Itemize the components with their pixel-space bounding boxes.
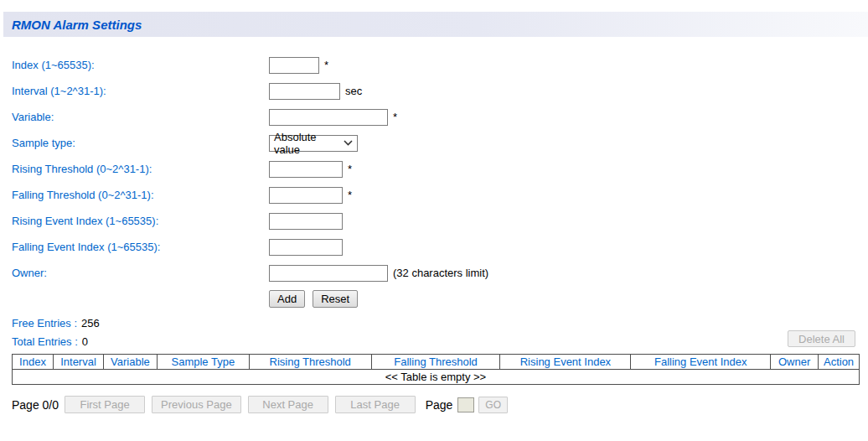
sample-type-label: Sample type: <box>12 137 269 149</box>
col-header-rising-event-index: Rising Event Index <box>500 355 631 370</box>
table-header-row: Index Interval Variable Sample Type Risi… <box>13 355 860 370</box>
form-row-falling-event-index: Falling Event Index (1~65535): <box>12 234 868 260</box>
variable-input[interactable] <box>269 109 388 126</box>
last-page-button[interactable]: Last Page <box>335 396 416 413</box>
col-header-falling-threshold: Falling Threshold <box>371 355 500 370</box>
col-header-interval: Interval <box>54 355 104 370</box>
owner-limit-note: (32 characters limit) <box>393 267 488 279</box>
entries-summary: Free Entries : 256 Total Entries : 0 Del… <box>12 314 868 350</box>
rising-threshold-label: Rising Threshold (0~2^31-1): <box>12 163 269 175</box>
form-row-index: Index (1~65535): * <box>12 52 868 78</box>
first-page-button[interactable]: First Page <box>65 396 145 413</box>
chevron-down-icon <box>344 140 353 146</box>
form-row-rising-threshold: Rising Threshold (0~2^31-1): * <box>12 156 868 182</box>
rising-event-index-input[interactable] <box>269 213 343 230</box>
col-header-falling-event-index: Falling Event Index <box>631 355 771 370</box>
add-button[interactable]: Add <box>269 290 305 308</box>
form-row-falling-threshold: Falling Threshold (0~2^31-1): * <box>12 182 868 208</box>
alarm-table-wrapper: Index Interval Variable Sample Type Risi… <box>12 354 860 385</box>
col-header-variable: Variable <box>103 355 157 370</box>
col-header-index: Index <box>13 355 54 370</box>
free-entries-value: 256 <box>81 317 100 329</box>
form-row-interval: Interval (1~2^31-1): sec <box>12 78 868 104</box>
col-header-rising-threshold: Rising Threshold <box>249 355 371 370</box>
owner-label: Owner: <box>12 267 269 279</box>
owner-input[interactable] <box>269 265 388 282</box>
variable-required-marker: * <box>393 111 397 123</box>
falling-threshold-input[interactable] <box>269 187 343 204</box>
page-number-input[interactable] <box>457 397 474 412</box>
rising-threshold-required-marker: * <box>348 163 352 175</box>
index-label: Index (1~65535): <box>12 59 269 71</box>
falling-threshold-label: Falling Threshold (0~2^31-1): <box>12 189 269 201</box>
rmon-alarm-settings-page: RMON Alarm Settings Index (1~65535): * I… <box>0 12 868 413</box>
index-input[interactable] <box>269 57 319 74</box>
page-title: RMON Alarm Settings <box>12 18 142 32</box>
variable-label: Variable: <box>12 111 269 123</box>
next-page-button[interactable]: Next Page <box>248 396 328 413</box>
alarm-table: Index Interval Variable Sample Type Risi… <box>12 354 860 385</box>
interval-unit-label: sec <box>345 85 362 97</box>
sample-type-selected-value: Absolute value <box>274 131 344 156</box>
delete-all-button[interactable]: Delete All <box>788 330 855 347</box>
index-required-marker: * <box>324 59 328 71</box>
previous-page-button[interactable]: Previous Page <box>152 396 241 413</box>
page-title-bar: RMON Alarm Settings <box>3 12 868 37</box>
sample-type-select[interactable]: Absolute value <box>269 135 358 152</box>
falling-event-index-input[interactable] <box>269 239 343 256</box>
page-indicator: Page 0/0 <box>12 398 59 412</box>
rmon-alarm-form: Index (1~65535): * Interval (1~2^31-1): … <box>12 52 868 312</box>
free-entries-label: Free Entries : <box>12 317 77 329</box>
total-entries-label: Total Entries : <box>12 335 78 348</box>
form-row-owner: Owner: (32 characters limit) <box>12 260 868 286</box>
col-header-action: Action <box>819 355 860 370</box>
col-header-sample-type: Sample Type <box>157 355 249 370</box>
interval-label: Interval (1~2^31-1): <box>12 85 269 97</box>
rising-threshold-input[interactable] <box>269 161 343 178</box>
falling-threshold-required-marker: * <box>348 189 352 201</box>
total-entries-value: 0 <box>82 335 88 348</box>
go-button[interactable]: GO <box>478 397 508 413</box>
falling-event-index-label: Falling Event Index (1~65535): <box>12 241 269 253</box>
page-jump-label: Page <box>426 398 453 412</box>
form-row-rising-event-index: Rising Event Index (1~65535): <box>12 208 868 234</box>
col-header-owner: Owner <box>771 355 819 370</box>
table-empty-message: << Table is empty >> <box>13 370 860 385</box>
rising-event-index-label: Rising Event Index (1~65535): <box>12 215 269 227</box>
interval-input[interactable] <box>269 83 340 100</box>
table-empty-row: << Table is empty >> <box>13 370 860 385</box>
pagination-bar: Page 0/0 First Page Previous Page Next P… <box>12 396 868 413</box>
free-entries-line: Free Entries : 256 <box>12 314 868 332</box>
form-row-variable: Variable: * <box>12 104 868 130</box>
form-row-sample-type: Sample type: Absolute value <box>12 130 868 156</box>
reset-button[interactable]: Reset <box>313 290 358 308</box>
form-row-actions: Add Reset <box>12 286 868 312</box>
total-entries-line: Total Entries : 0 <box>12 332 868 350</box>
